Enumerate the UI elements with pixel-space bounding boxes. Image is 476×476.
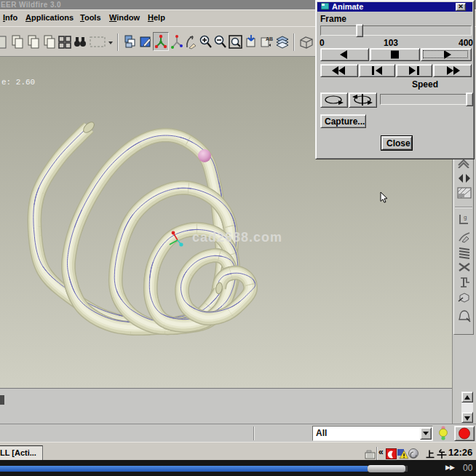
svg-text:g: g: [464, 214, 467, 221]
